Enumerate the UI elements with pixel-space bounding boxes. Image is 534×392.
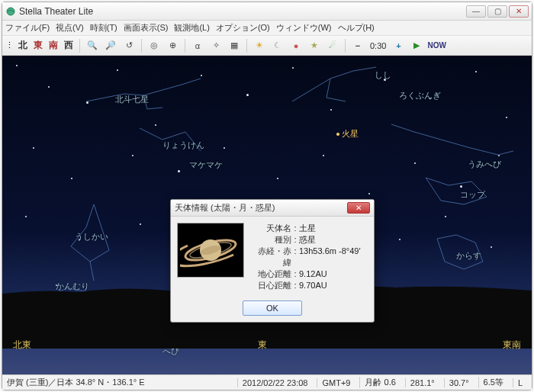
status-alt: 30.7° [444,378,474,387]
object-info-table: 天体名:土星 種別:惑星 赤経・赤緯:13h53.6m -8°49′ 地心距離:… [250,223,368,291]
horizon-e: 東 [258,339,267,352]
label-ushikai: うしかい [75,231,108,243]
now-button[interactable]: NOW [427,41,446,50]
menu-window[interactable]: ウィンドウ(W) [276,22,332,34]
dialog-titlebar[interactable]: 天体情報 (太陽・月・惑星) ✕ [171,200,374,217]
time-plus-icon[interactable]: + [391,38,406,53]
menu-help[interactable]: ヘルプ(H) [338,22,375,34]
beta-icon[interactable]: ✧ [208,38,224,53]
label-koppu: コップ [460,189,485,201]
dir-west[interactable]: 西 [63,39,75,52]
status-location: 伊賀 (三重)／日本 34.8° N・136.1° E [7,377,233,388]
status-mag: 6.5等 [478,377,508,388]
label-big-dipper: 北斗七星 [115,94,149,105]
time-step: 0:30 [368,41,388,50]
status-date: 2012/02/22 23:08 [237,378,313,387]
comet-icon[interactable]: ☄ [325,38,340,53]
menu-time[interactable]: 時刻(T) [90,22,117,34]
play-icon[interactable]: ▶ [409,38,424,53]
label-rokubungi: ろくぶんぎ [399,90,441,101]
label-shishi: しし [375,69,391,81]
menu-file[interactable]: ファイル(F) [5,22,50,34]
maximize-button[interactable]: ▢ [487,5,507,18]
zoom-reset-icon[interactable]: ↺ [121,38,137,53]
dialog-title: 天体情報 (太陽・月・惑星) [175,202,347,214]
moon-icon[interactable]: ☾ [270,38,285,53]
zoom-out-icon[interactable]: 🔎 [103,38,118,53]
sun-icon[interactable]: ☀ [252,38,267,53]
minimize-button[interactable]: — [466,5,486,18]
object-thumbnail [177,223,244,278]
menu-options[interactable]: オプション(O) [216,22,270,34]
object-info-dialog: 天体情報 (太陽・月・惑星) ✕ 天体名:土星 種別:惑星 赤経・赤 [170,199,375,323]
dir-north[interactable]: 北 [17,39,29,52]
label-makemake: マケマケ [189,159,223,171]
ok-button[interactable]: OK [243,300,302,316]
status-az: 281.1° [405,378,439,387]
horizon-ne: 北東 [13,339,31,352]
statusbar: 伊賀 (三重)／日本 34.8° N・136.1° E 2012/02/22 2… [2,374,532,390]
star-icon[interactable]: ★ [307,38,322,53]
dir-east[interactable]: 東 [32,39,44,52]
menubar: ファイル(F) 視点(V) 時刻(T) 画面表示(S) 観測地(L) オプション… [2,21,532,36]
dialog-close-icon[interactable]: ✕ [347,202,370,214]
alpha-icon[interactable]: α [190,38,205,53]
map-icon[interactable]: ▦ [227,38,242,53]
time-minus-icon[interactable]: − [350,38,365,53]
titlebar[interactable]: Stella Theater Lite — ▢ ✕ [2,2,532,21]
menu-display[interactable]: 画面表示(S) [124,22,169,34]
app-icon [5,6,16,17]
dir-south[interactable]: 南 [47,39,60,52]
planet-icon[interactable]: ● [288,38,304,53]
close-button[interactable]: ✕ [509,5,529,18]
window-title: Stella Theater Lite [19,6,466,17]
menu-view[interactable]: 視点(V) [56,22,84,34]
label-umihebi: うみへび [468,159,501,170]
menu-location[interactable]: 観測地(L) [174,22,209,34]
toolbar: ⋮ 北 東 南 西 🔍 🔎 ↺ ◎ ⊕ α ✧ ▦ ☀ ☾ ● ★ ☄ − 0:… [2,36,532,56]
status-tz: GMT+9 [317,378,355,387]
zoom-in-icon[interactable]: 🔍 [85,38,100,53]
sky-view[interactable]: 北斗七星 りょうけん マケマケ うしかい かんむり へび しし ろくぶんぎ うみ… [2,56,532,374]
toolbar-div-icon: ⋮ [5,40,14,50]
target-icon[interactable]: ◎ [146,38,162,53]
status-mode: L [513,378,527,387]
planet-mars[interactable]: 火星 [336,128,359,140]
horizon-se: 東南 [503,339,521,352]
status-moon-age: 月齢 0.6 [359,377,400,388]
label-karasu: からす [456,250,481,262]
label-ryouken: りょうけん [162,140,204,151]
main-window: Stella Theater Lite — ▢ ✕ ファイル(F) 視点(V) … [2,2,532,390]
svg-point-0 [7,8,14,15]
scope-icon[interactable]: ⊕ [165,38,180,53]
